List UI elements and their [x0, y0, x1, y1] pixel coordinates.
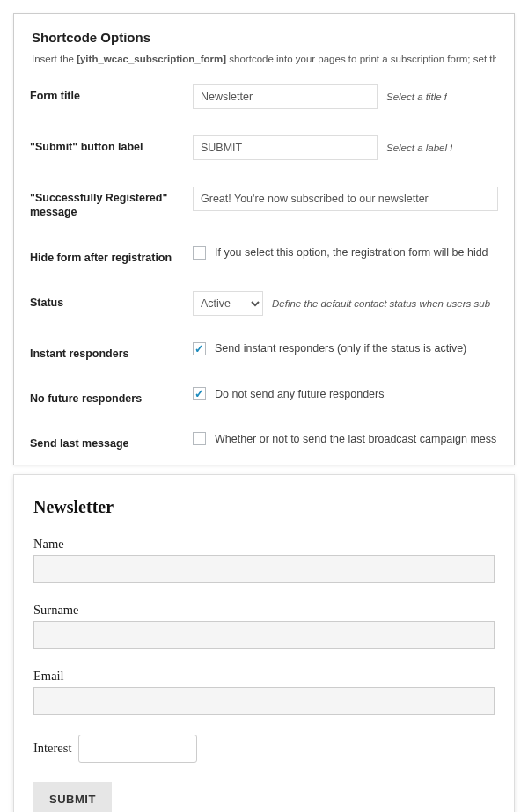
label-email: Email: [33, 669, 495, 684]
input-form-title[interactable]: [193, 84, 378, 109]
label-name: Name: [33, 537, 495, 552]
desc-shortcode: [yith_wcac_subscription_form]: [77, 54, 226, 64]
newsletter-title: Newsletter: [33, 497, 495, 517]
label-success-msg: "Successfully Registered" message: [30, 187, 193, 220]
hint-submit-label: Select a label f: [386, 143, 452, 153]
field-surname: Surname: [33, 603, 495, 649]
label-interest: Interest: [33, 741, 71, 756]
options-title: Shortcode Options: [32, 30, 496, 45]
desc-text-pre: Insert the: [32, 54, 77, 64]
submit-button[interactable]: SUBMIT: [33, 782, 112, 813]
label-no-future: No future responders: [30, 387, 193, 406]
hint-status: Define the default contact status when u…: [272, 298, 490, 309]
input-interest[interactable]: [78, 735, 197, 763]
label-submit-label: "Submit" button label: [30, 135, 193, 154]
option-row-success-msg: "Successfully Registered" message: [14, 173, 514, 233]
input-name[interactable]: [33, 555, 495, 583]
newsletter-form-panel: Newsletter Name Surname Email Interest S…: [13, 474, 515, 813]
option-row-status: Status Active Define the default contact…: [14, 278, 514, 329]
option-row-send-last: Send last message Whether or not to send…: [14, 419, 514, 464]
select-status[interactable]: Active: [193, 291, 263, 316]
checkbox-label-hide-form: If you select this option, the registrat…: [215, 246, 488, 259]
option-row-submit-label: "Submit" button label Select a label f: [14, 122, 514, 173]
checkbox-label-send-last: Whether or not to send the last broadcas…: [215, 433, 496, 445]
option-row-hide-form: Hide form after registration If you sele…: [14, 233, 514, 278]
label-instant: Instant responders: [30, 342, 193, 361]
hint-form-title: Select a title f: [386, 91, 447, 102]
label-status: Status: [30, 291, 193, 310]
option-row-form-title: Form title Select a title f: [14, 71, 514, 122]
desc-text-post: shortcode into your pages to print a sub…: [226, 54, 496, 64]
options-header: Shortcode Options Insert the [yith_wcac_…: [14, 14, 514, 71]
input-success-msg[interactable]: [193, 187, 498, 211]
label-send-last: Send last message: [30, 432, 193, 450]
label-hide-form: Hide form after registration: [30, 246, 193, 265]
label-surname: Surname: [33, 603, 495, 618]
shortcode-options-panel: Shortcode Options Insert the [yith_wcac_…: [13, 13, 515, 465]
input-email[interactable]: [33, 687, 495, 715]
options-body: Form title Select a title f "Submit" but…: [14, 71, 514, 465]
field-interest: Interest: [33, 735, 495, 763]
input-surname[interactable]: [33, 621, 495, 649]
checkbox-instant[interactable]: [193, 342, 206, 355]
checkbox-no-future[interactable]: [193, 387, 206, 400]
label-form-title: Form title: [30, 84, 193, 103]
input-submit-label[interactable]: [193, 135, 378, 160]
options-description: Insert the [yith_wcac_subscription_form]…: [32, 54, 496, 64]
option-row-no-future: No future responders Do not send any fut…: [14, 374, 514, 419]
checkbox-hide-form[interactable]: [193, 246, 206, 260]
field-email: Email: [33, 669, 495, 715]
option-row-instant: Instant responders Send instant responde…: [14, 329, 514, 374]
field-name: Name: [33, 537, 495, 583]
checkbox-send-last[interactable]: [193, 432, 206, 445]
checkbox-label-no-future: Do not send any future responders: [215, 388, 384, 400]
checkbox-label-instant: Send instant responders (only if the sta…: [215, 342, 466, 355]
